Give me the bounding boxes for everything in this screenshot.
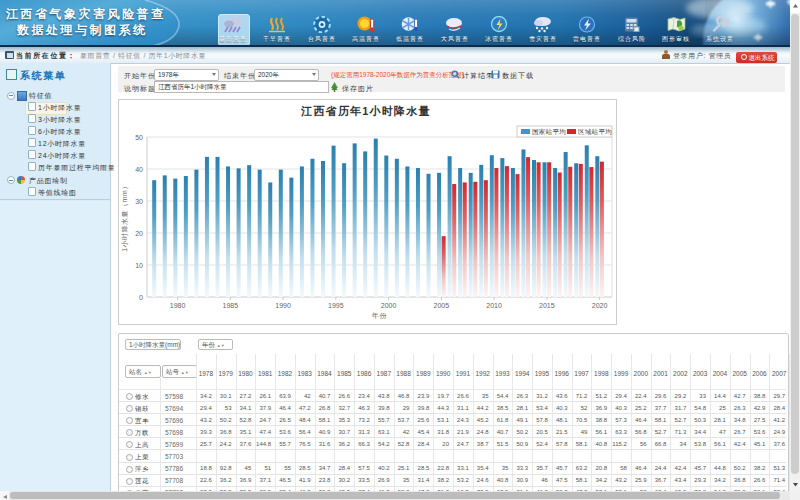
svg-text:年份: 年份 <box>372 312 388 320</box>
svg-text:40: 40 <box>135 166 143 173</box>
svg-text:1小时降水量（mm）: 1小时降水量（mm） <box>121 182 129 252</box>
svg-text:2020: 2020 <box>592 302 608 309</box>
svg-text:1995: 1995 <box>328 302 344 309</box>
svg-text:区域站平均: 区域站平均 <box>578 128 612 136</box>
svg-text:30: 30 <box>135 198 143 205</box>
svg-text:0: 0 <box>139 294 143 301</box>
svg-text:1985: 1985 <box>223 302 239 309</box>
svg-text:1990: 1990 <box>275 302 291 309</box>
svg-text:江西省历年1小时降水量: 江西省历年1小时降水量 <box>300 105 430 117</box>
svg-text:2000: 2000 <box>381 302 397 309</box>
svg-text:2005: 2005 <box>434 302 450 309</box>
svg-text:2015: 2015 <box>539 302 555 309</box>
svg-text:2010: 2010 <box>486 302 502 309</box>
svg-text:国家站平均: 国家站平均 <box>532 128 566 136</box>
svg-text:10: 10 <box>135 262 143 269</box>
svg-text:50: 50 <box>135 134 143 141</box>
svg-text:20: 20 <box>135 230 143 237</box>
svg-text:1980: 1980 <box>170 302 186 309</box>
